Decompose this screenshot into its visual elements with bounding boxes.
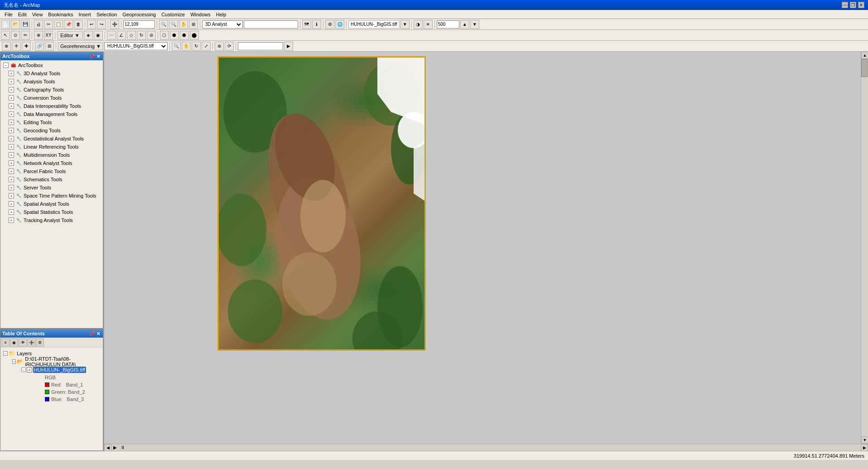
georef-file-combo[interactable]: HUHULUN-_BigGIS.tiff	[104, 42, 168, 50]
tree-item-server[interactable]: + 🔧 Server Tools	[1, 184, 102, 192]
tree-item-datamgmt[interactable]: + 🔧 Data Management Tools	[1, 110, 102, 118]
expand-carto[interactable]: +	[9, 87, 14, 92]
tree-item-schema[interactable]: + 🔧 Schematics Tools	[1, 175, 102, 184]
georef-move[interactable]: ✋	[182, 42, 191, 51]
expand-geocoding[interactable]: +	[9, 128, 14, 133]
expand-schema[interactable]: +	[9, 177, 14, 182]
snap2-button[interactable]: ⋯	[107, 31, 116, 40]
expand-conv[interactable]: +	[9, 95, 14, 101]
contrast-button[interactable]: ◑	[414, 20, 423, 29]
georef-link[interactable]: 🔗	[35, 42, 44, 51]
play-btn[interactable]: ▶	[111, 445, 119, 450]
tiff-dropdown[interactable]: ▼	[400, 20, 410, 29]
georef-search-input[interactable]	[238, 42, 283, 50]
identify-button[interactable]: ℹ	[312, 20, 321, 29]
georef-warp[interactable]: ⊛	[215, 42, 224, 51]
more3-button[interactable]: ⬣	[180, 31, 189, 40]
tiff-expand[interactable]: −	[21, 367, 26, 372]
more4-button[interactable]: ⬤	[190, 31, 199, 40]
menu-insert[interactable]: Insert	[76, 11, 94, 18]
georef-tool3[interactable]: ✚	[22, 42, 31, 51]
tree-item-interop[interactable]: + 🔧 Data Interoperability Tools	[1, 102, 102, 110]
scroll-thumb[interactable]	[861, 59, 868, 77]
folder-expand[interactable]: −	[12, 359, 16, 364]
georef-scale[interactable]: ⤢	[202, 42, 211, 51]
scroll-right-btn[interactable]: ▶	[861, 444, 868, 451]
snap-button[interactable]: ⊕	[34, 31, 43, 40]
edit-tool-1[interactable]: ◈	[84, 31, 93, 40]
expand-parcel[interactable]: +	[9, 169, 14, 174]
menu-selection[interactable]: Selection	[94, 11, 120, 18]
right-scrollbar[interactable]: ▲ ▼	[861, 52, 868, 444]
tree-item-spatialstat[interactable]: + 🔧 Spatial Statistics Tools	[1, 208, 102, 216]
tree-item-editing[interactable]: + 🔧 Editing Tools	[1, 118, 102, 126]
xy-button[interactable]: XY	[44, 31, 53, 40]
undo-button[interactable]: ↩	[87, 20, 96, 29]
expand-spatialstat[interactable]: +	[9, 209, 14, 215]
expand-spacetime[interactable]: +	[9, 193, 14, 198]
map-viewport[interactable]: ▲ ▼	[104, 52, 868, 444]
expand-server[interactable]: +	[9, 185, 14, 190]
expand-editing[interactable]: +	[9, 120, 14, 125]
georef-tool1[interactable]: ⊕	[2, 42, 11, 51]
georef-menu-label[interactable]: Georeferencing ▼	[58, 42, 103, 50]
open-button[interactable]: 📂	[11, 20, 20, 29]
tree-item-spacetime[interactable]: + 🔧 Space Time Pattern Mining Tools	[1, 192, 102, 200]
zoom-out-button[interactable]: 🔍	[169, 20, 178, 29]
full-extent-button[interactable]: ⊞	[189, 20, 198, 29]
restore-button[interactable]: ❐	[850, 2, 856, 8]
add-data-button[interactable]: ➕	[110, 20, 119, 29]
expand-tracking[interactable]: +	[9, 218, 14, 223]
layers-expand[interactable]: −	[3, 351, 8, 356]
tree-item-conv[interactable]: + 🔧 Conversion Tools	[1, 94, 102, 102]
expand-analysis[interactable]: +	[9, 79, 14, 84]
toc-add-btn[interactable]: ➕	[27, 338, 35, 347]
redo-button[interactable]: ↪	[97, 20, 106, 29]
expand-geostat[interactable]: +	[9, 136, 14, 141]
scroll-left-btn[interactable]: ◀	[104, 444, 111, 451]
toc-content[interactable]: − 📁 Layers − 📂 D:\01-RTDT-Tsai\08-iRIC\H…	[0, 348, 103, 450]
toc-folder-header[interactable]: − 📂 D:\01-RTDT-Tsai\08-iRIC\HUHULUN DATA…	[12, 358, 100, 366]
tree-item-multidim[interactable]: + 🔧 Multidimension Tools	[1, 151, 102, 159]
scroll-down-btn[interactable]: ▼	[861, 436, 868, 444]
menu-edit[interactable]: Edit	[15, 11, 29, 18]
tree-item-spatial[interactable]: + 🔧 Spatial Analyst Tools	[1, 200, 102, 208]
scale-up[interactable]: ▲	[460, 20, 469, 29]
close-button[interactable]: ✕	[858, 2, 864, 8]
tree-item-network[interactable]: + 🔧 Network Analyst Tools	[1, 159, 102, 167]
tree-item-geostat[interactable]: + 🔧 Geostatistical Analyst Tools	[1, 135, 102, 143]
tree-item-tracking[interactable]: + 🔧 Tracking Analyst Tools	[1, 216, 102, 224]
expand-spatial[interactable]: +	[9, 201, 14, 207]
georef-search-btn[interactable]: ▶	[284, 42, 293, 51]
expand-datamgmt[interactable]: +	[9, 111, 14, 117]
pan-button[interactable]: ✋	[179, 20, 188, 29]
georef-table[interactable]: ⊞	[45, 42, 54, 51]
paste-button[interactable]: 📌	[64, 20, 73, 29]
delete2-button[interactable]: ⊘	[147, 31, 156, 40]
editor-button[interactable]: Editor ▼	[57, 31, 83, 39]
layer-button[interactable]: 🗺	[302, 20, 311, 29]
angle-button[interactable]: ∠	[117, 31, 126, 40]
draw-button[interactable]: ✏	[21, 31, 30, 40]
tree-item-parcel[interactable]: + 🔧 Parcel Fabric Tools	[1, 167, 102, 175]
print-button[interactable]: 🖨	[34, 20, 43, 29]
georef-zoom[interactable]: 🔍	[172, 42, 181, 51]
scale-input[interactable]: 12,109	[123, 20, 155, 29]
arctoolbox-close[interactable]: ✕	[96, 54, 101, 59]
toc-pin[interactable]: 📌	[89, 331, 95, 336]
vertex-button[interactable]: ◇	[127, 31, 136, 40]
menu-view[interactable]: View	[29, 11, 46, 18]
menu-customize[interactable]: Customize	[159, 11, 188, 18]
arctoolbox-content[interactable]: − 🧰 ArcToolbox + 🔧 3D Analyst Tools + 🔧 …	[0, 60, 103, 328]
menu-bookmarks[interactable]: Bookmarks	[45, 11, 76, 18]
minimize-button[interactable]: —	[842, 2, 848, 8]
toc-list-btn[interactable]: ≡	[1, 338, 10, 347]
analyst-combo[interactable]: 3D Analyst	[202, 20, 243, 29]
tiff-checkbox[interactable]: ✓	[27, 367, 32, 372]
more2-button[interactable]: ⬢	[170, 31, 179, 40]
tree-root[interactable]: − 🧰 ArcToolbox	[1, 61, 102, 69]
georef-update[interactable]: ⟳	[225, 42, 234, 51]
toc-options-btn[interactable]: ⚙	[36, 338, 44, 347]
expand-linear[interactable]: +	[9, 144, 14, 150]
new-button[interactable]: 📄	[1, 20, 10, 29]
